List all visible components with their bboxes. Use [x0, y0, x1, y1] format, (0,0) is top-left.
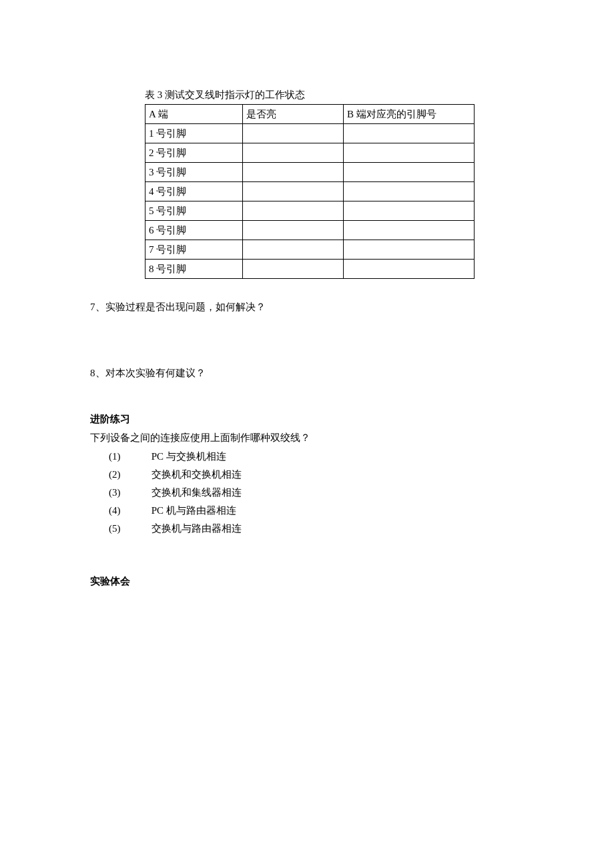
- cell-pin: 6 号引脚: [145, 221, 243, 240]
- list-item: (3) 交换机和集线器相连: [109, 484, 524, 500]
- cell-lit: [243, 260, 344, 279]
- cell-b: [344, 260, 475, 279]
- item-number: (2): [109, 466, 149, 482]
- cell-b: [344, 221, 475, 240]
- experience-heading: 实验体会: [90, 573, 524, 589]
- cell-b: [344, 143, 475, 163]
- advanced-list: (1) PC 与交换机相连 (2) 交换机和交换机相连 (3) 交换机和集线器相…: [109, 448, 524, 536]
- item-number: (1): [109, 448, 149, 464]
- cell-pin: 7 号引脚: [145, 240, 243, 260]
- table-row: 5 号引脚: [145, 201, 475, 221]
- table-row: 2 号引脚: [145, 143, 475, 163]
- cell-lit: [243, 182, 344, 201]
- cell-lit: [243, 201, 344, 221]
- advanced-prompt: 下列设备之间的连接应使用上面制作哪种双绞线？: [90, 430, 524, 446]
- cell-lit: [243, 163, 344, 182]
- header-is-lit: 是否亮: [243, 105, 344, 124]
- table-row: 4 号引脚: [145, 182, 475, 201]
- table-row: 1 号引脚: [145, 124, 475, 143]
- item-text: 交换机和交换机相连: [151, 469, 242, 480]
- item-text: 交换机与路由器相连: [151, 523, 242, 534]
- table-row: 7 号引脚: [145, 240, 475, 260]
- cell-pin: 4 号引脚: [145, 182, 243, 201]
- cell-lit: [243, 124, 344, 143]
- item-text: 交换机和集线器相连: [151, 487, 242, 498]
- advanced-heading: 进阶练习: [90, 411, 524, 427]
- list-item: (4) PC 机与路由器相连: [109, 502, 524, 518]
- table-header-row: A 端 是否亮 B 端对应亮的引脚号: [145, 105, 475, 124]
- cell-pin: 1 号引脚: [145, 124, 243, 143]
- cell-b: [344, 182, 475, 201]
- list-item: (2) 交换机和交换机相连: [109, 466, 524, 482]
- cell-b: [344, 240, 475, 260]
- cell-b: [344, 201, 475, 221]
- table-caption: 表 3 测试交叉线时指示灯的工作状态: [145, 87, 524, 103]
- table-row: 6 号引脚: [145, 221, 475, 240]
- item-number: (5): [109, 520, 149, 536]
- cell-lit: [243, 143, 344, 163]
- header-b-pin: B 端对应亮的引脚号: [344, 105, 475, 124]
- question-8: 8、对本次实验有何建议？: [90, 365, 524, 381]
- cell-lit: [243, 221, 344, 240]
- question-7: 7、实验过程是否出现问题，如何解决？: [90, 299, 524, 315]
- item-text: PC 机与路由器相连: [151, 505, 236, 516]
- page-content: 表 3 测试交叉线时指示灯的工作状态 A 端 是否亮 B 端对应亮的引脚号 1 …: [0, 0, 614, 642]
- cell-pin: 5 号引脚: [145, 201, 243, 221]
- pin-table: A 端 是否亮 B 端对应亮的引脚号 1 号引脚 2 号引脚 3 号引脚 4 号…: [145, 104, 475, 279]
- item-number: (4): [109, 502, 149, 518]
- cell-pin: 8 号引脚: [145, 260, 243, 279]
- list-item: (5) 交换机与路由器相连: [109, 520, 524, 536]
- cell-lit: [243, 240, 344, 260]
- item-text: PC 与交换机相连: [151, 451, 226, 462]
- cell-pin: 2 号引脚: [145, 143, 243, 163]
- table-row: 3 号引脚: [145, 163, 475, 182]
- item-number: (3): [109, 484, 149, 500]
- cell-b: [344, 163, 475, 182]
- table-row: 8 号引脚: [145, 260, 475, 279]
- cell-pin: 3 号引脚: [145, 163, 243, 182]
- cell-b: [344, 124, 475, 143]
- list-item: (1) PC 与交换机相连: [109, 448, 524, 464]
- header-a-end: A 端: [145, 105, 243, 124]
